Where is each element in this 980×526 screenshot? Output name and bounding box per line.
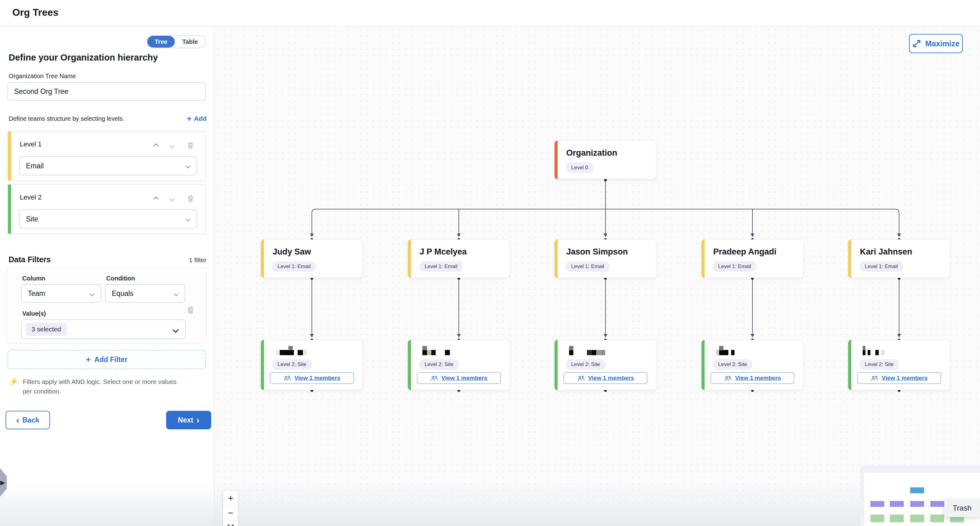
org-node-level2[interactable]: Level 2: Site View 1 members bbox=[555, 340, 656, 390]
minimap-level1-node bbox=[930, 501, 944, 507]
org-node-level1[interactable]: Jason SimpsonLevel 1: Email bbox=[555, 239, 656, 278]
minimap-level2-node bbox=[910, 515, 924, 522]
node-title: Judy Saw bbox=[273, 247, 311, 257]
fit-view-button[interactable] bbox=[223, 520, 238, 526]
move-down-icon[interactable] bbox=[170, 196, 175, 202]
node-title: Organization bbox=[566, 148, 617, 158]
level-label: Level 1 bbox=[20, 140, 42, 148]
org-node-level2[interactable]: Level 2: Site View 1 members bbox=[408, 340, 510, 390]
values-label: Value(s) bbox=[22, 310, 46, 317]
minimap-level2-node bbox=[870, 515, 884, 522]
lightning-icon: ⚡ bbox=[9, 377, 19, 396]
level-label: Level 2 bbox=[20, 193, 42, 201]
tree-name-label: Organization Tree Name bbox=[9, 73, 76, 80]
add-filter-button[interactable]: + Add Filter bbox=[7, 350, 206, 369]
move-down-icon[interactable] bbox=[170, 143, 175, 148]
node-accent-bar bbox=[555, 140, 558, 179]
node-accent-bar bbox=[408, 340, 411, 390]
node-accent-bar bbox=[408, 239, 411, 278]
chevron-down-icon bbox=[90, 291, 95, 296]
org-node-root[interactable]: OrganizationLevel 0 bbox=[555, 140, 656, 179]
add-filter-label: Add Filter bbox=[94, 355, 127, 364]
delete-filter-icon[interactable] bbox=[186, 305, 195, 316]
level-badge: Level 1: Email bbox=[859, 261, 903, 272]
delete-level-icon[interactable] bbox=[186, 141, 195, 151]
app-header: Org Trees bbox=[0, 0, 980, 27]
toggle-tree[interactable]: Tree bbox=[147, 36, 175, 48]
redacted-node-title bbox=[716, 350, 735, 355]
filter-count-badge: 1 filter bbox=[189, 257, 207, 264]
view-toggle[interactable]: Tree Table bbox=[147, 35, 206, 48]
level-cards: Level 1 Email Level 2 Site bbox=[7, 131, 206, 237]
chevron-down-icon bbox=[174, 291, 179, 296]
move-up-icon[interactable] bbox=[153, 143, 159, 148]
next-button[interactable]: Next › bbox=[166, 411, 211, 429]
expand-arrows-icon bbox=[912, 39, 921, 48]
column-label: Column bbox=[22, 275, 45, 282]
level-badge: Level 2: Site bbox=[419, 359, 459, 370]
play-arrow-icon: ▶ bbox=[0, 479, 5, 486]
back-button[interactable]: ‹ Back bbox=[6, 411, 50, 429]
org-node-level2[interactable]: Level 2: Site View 1 members bbox=[848, 340, 950, 390]
chevron-right-icon: › bbox=[196, 417, 199, 423]
view-members-button[interactable]: View 1 members bbox=[563, 372, 648, 384]
move-up-icon[interactable] bbox=[153, 196, 159, 202]
chevron-down-icon bbox=[186, 164, 191, 169]
node-accent-bar bbox=[261, 239, 264, 278]
level-card-1: Level 1 Email bbox=[7, 131, 206, 181]
org-node-level1[interactable]: Pradeep AngadiLevel 1: Email bbox=[702, 239, 803, 278]
node-title: Pradeep Angadi bbox=[713, 247, 776, 257]
plus-icon: + bbox=[187, 116, 191, 122]
maximize-button[interactable]: Maximize bbox=[909, 34, 963, 53]
members-icon bbox=[724, 375, 732, 381]
level-badge: Level 2: Site bbox=[566, 359, 606, 370]
level-accent-bar bbox=[8, 185, 11, 234]
level-field-select[interactable]: Email bbox=[19, 156, 197, 175]
filter-card: Column Condition Team Equals Value(s) 3 … bbox=[6, 268, 207, 343]
view-members-button[interactable]: View 1 members bbox=[270, 372, 354, 384]
tree-name-input[interactable] bbox=[7, 82, 206, 101]
view-members-button[interactable]: View 1 members bbox=[417, 372, 501, 384]
toggle-table[interactable]: Table bbox=[175, 36, 205, 48]
node-title: J P Mcelyea bbox=[420, 247, 467, 257]
level-badge: Level 2: Site bbox=[713, 359, 752, 370]
node-accent-bar bbox=[555, 340, 558, 390]
column-select[interactable]: Team bbox=[21, 284, 101, 303]
level-field-select[interactable]: Site bbox=[19, 209, 197, 229]
org-node-level1[interactable]: J P McelyeaLevel 1: Email bbox=[408, 239, 510, 278]
node-accent-bar bbox=[848, 340, 851, 390]
view-members-button[interactable]: View 1 members bbox=[857, 372, 941, 384]
org-node-level1[interactable]: Judy SawLevel 1: Email bbox=[261, 239, 363, 278]
node-accent-bar bbox=[702, 340, 705, 390]
level-badge: Level 2: Site bbox=[272, 359, 312, 370]
level-accent-bar bbox=[8, 132, 11, 180]
delete-level-icon[interactable] bbox=[186, 194, 195, 204]
org-node-level1[interactable]: Kari JahnsenLevel 1: Email bbox=[848, 239, 950, 278]
view-members-button[interactable]: View 1 members bbox=[710, 372, 794, 384]
minimap-level2-node bbox=[930, 515, 944, 522]
level-badge: Level 1: Email bbox=[419, 261, 463, 272]
condition-select[interactable]: Equals bbox=[105, 284, 185, 303]
chevron-left-icon: ‹ bbox=[16, 417, 19, 423]
level-card-2: Level 2 Site bbox=[7, 184, 206, 234]
node-accent-bar bbox=[702, 239, 705, 278]
level-badge: Level 1: Email bbox=[566, 261, 609, 272]
node-title: Jason Simpson bbox=[566, 247, 628, 257]
node-title: Kari Jahnsen bbox=[860, 247, 912, 257]
trash-tooltip: Trash bbox=[944, 499, 980, 517]
values-select[interactable]: 3 selected bbox=[21, 319, 186, 339]
minimap-level2-node bbox=[890, 515, 904, 522]
zoom-out-button[interactable]: − bbox=[223, 505, 238, 520]
node-accent-bar bbox=[261, 340, 264, 390]
page-title: Org Trees bbox=[12, 7, 58, 18]
redacted-node-title bbox=[275, 350, 307, 355]
data-filters-title: Data Filters bbox=[9, 255, 51, 264]
minimap-root-node bbox=[910, 488, 924, 493]
org-node-level2[interactable]: Level 2: Site View 1 members bbox=[702, 340, 803, 390]
add-level-label: Add bbox=[194, 115, 207, 122]
sidebar-heading: Define your Organization hierarchy bbox=[9, 53, 158, 63]
org-node-level2[interactable]: Level 2: Site View 1 members bbox=[261, 340, 363, 390]
zoom-in-button[interactable]: + bbox=[223, 491, 238, 505]
add-level-button[interactable]: + Add bbox=[187, 115, 207, 122]
chevron-down-icon bbox=[186, 217, 191, 222]
